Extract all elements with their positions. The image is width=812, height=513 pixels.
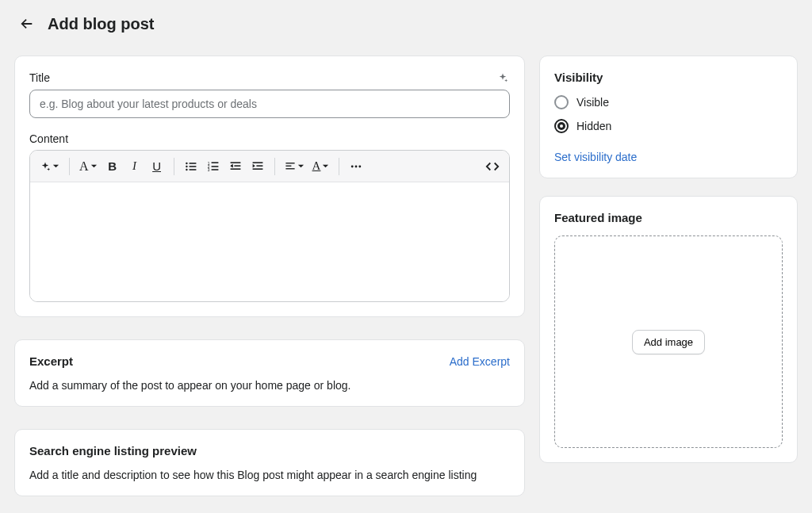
excerpt-card: Excerpt Add Excerpt Add a summary of the… (14, 339, 525, 407)
featured-image-dropzone[interactable]: Add image (554, 235, 783, 448)
svg-marker-15 (230, 163, 232, 167)
dots-horizontal-icon (350, 160, 362, 173)
toolbar-separator (339, 158, 339, 175)
html-view-button[interactable] (482, 155, 503, 178)
radio-icon (554, 95, 569, 109)
ai-sparkle-button[interactable] (496, 71, 510, 85)
svg-point-2 (186, 165, 187, 167)
chevron-down-icon (52, 163, 59, 170)
sparkle-icon (497, 72, 508, 83)
svg-rect-18 (252, 168, 262, 170)
paragraph-a-icon: A (79, 159, 89, 174)
seo-description: Add a title and description to see how t… (29, 469, 510, 481)
svg-point-4 (186, 168, 187, 170)
chevron-down-icon (322, 163, 329, 170)
title-input[interactable] (29, 90, 510, 118)
seo-heading: Search engine listing preview (29, 444, 510, 457)
svg-rect-11 (211, 169, 218, 170)
visibility-heading: Visibility (554, 71, 783, 84)
title-label: Title (29, 71, 50, 84)
featured-image-heading: Featured image (554, 211, 783, 224)
editor-toolbar: A B I U (30, 151, 509, 182)
title-content-card: Title Content A (14, 56, 525, 317)
underline-button[interactable]: U (147, 155, 167, 178)
outdent-button[interactable] (225, 155, 246, 178)
radio-icon (554, 119, 569, 133)
text-color-icon: A (312, 159, 321, 173)
content-textarea[interactable] (30, 182, 509, 301)
ai-assist-button[interactable] (36, 155, 63, 178)
bullet-list-icon (185, 160, 197, 173)
toolbar-separator (274, 158, 275, 175)
italic-button[interactable]: I (124, 155, 145, 178)
svg-rect-16 (252, 162, 262, 163)
indent-button[interactable] (247, 155, 268, 178)
svg-text:3: 3 (207, 167, 209, 171)
italic-icon: I (132, 159, 136, 173)
visibility-card: Visibility Visible Hidden Set visibility… (539, 56, 798, 178)
numbered-list-button[interactable]: 123 (203, 155, 224, 178)
toolbar-separator (174, 158, 174, 175)
content-label: Content (29, 132, 510, 145)
back-button[interactable] (17, 14, 36, 33)
sparkle-icon (40, 161, 51, 172)
svg-rect-7 (211, 162, 218, 163)
paragraph-style-button[interactable]: A (76, 155, 101, 178)
toolbar-separator (69, 158, 70, 175)
seo-card: Search engine listing preview Add a titl… (14, 429, 525, 496)
svg-point-25 (359, 165, 362, 167)
underline-icon: U (152, 159, 161, 173)
arrow-left-icon (20, 17, 34, 31)
svg-rect-5 (189, 169, 196, 170)
set-visibility-date-link[interactable]: Set visibility date (554, 151, 637, 163)
align-button[interactable] (282, 155, 308, 178)
add-image-button[interactable]: Add image (632, 330, 705, 354)
align-left-icon (285, 161, 296, 172)
bold-button[interactable]: B (102, 155, 123, 178)
svg-rect-14 (230, 168, 240, 170)
svg-rect-12 (230, 162, 240, 163)
excerpt-description: Add a summary of the post to appear on y… (29, 379, 510, 392)
text-color-button[interactable]: A (309, 155, 333, 178)
visibility-visible-label: Visible (576, 96, 609, 109)
indent-icon (251, 160, 264, 173)
bold-icon: B (108, 159, 117, 173)
outdent-icon (229, 160, 242, 173)
svg-point-23 (351, 165, 354, 167)
code-icon (485, 159, 500, 174)
svg-point-24 (355, 165, 358, 167)
content-editor: A B I U (29, 150, 510, 302)
visibility-option-visible[interactable]: Visible (554, 95, 783, 109)
svg-rect-20 (285, 163, 294, 163)
svg-rect-17 (256, 165, 262, 167)
visibility-option-hidden[interactable]: Hidden (554, 119, 783, 133)
featured-image-card: Featured image Add image (539, 196, 798, 463)
add-excerpt-link[interactable]: Add Excerpt (450, 355, 510, 368)
visibility-hidden-label: Hidden (576, 120, 611, 132)
svg-rect-1 (189, 163, 196, 164)
chevron-down-icon (90, 163, 98, 170)
bullet-list-button[interactable] (181, 155, 201, 178)
excerpt-heading: Excerpt (29, 354, 73, 368)
svg-point-0 (186, 162, 187, 163)
svg-rect-22 (285, 168, 294, 169)
svg-rect-21 (285, 165, 291, 166)
numbered-list-icon: 123 (207, 160, 220, 173)
svg-rect-9 (211, 166, 218, 167)
page-title: Add blog post (48, 15, 154, 33)
chevron-down-icon (297, 163, 304, 170)
more-tools-button[interactable] (346, 155, 366, 178)
svg-rect-13 (234, 165, 240, 167)
svg-rect-3 (189, 166, 196, 167)
svg-marker-19 (252, 163, 255, 167)
